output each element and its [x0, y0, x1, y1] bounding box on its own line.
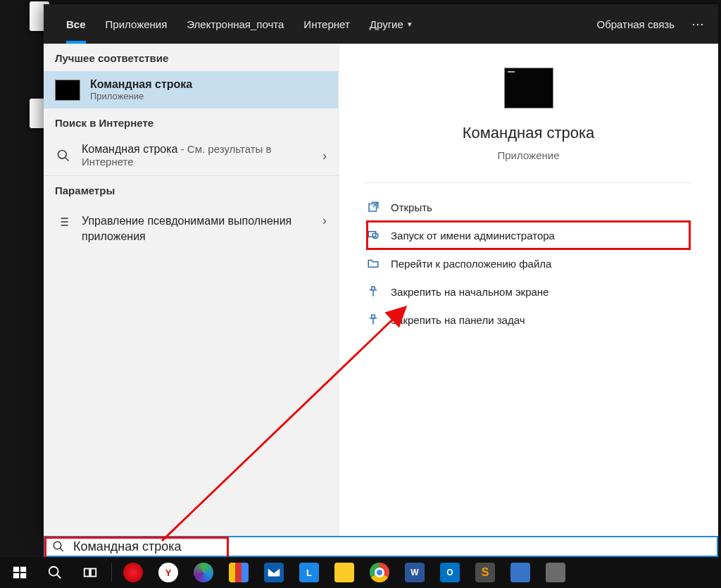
- app-large-icon: [504, 68, 553, 108]
- search-bar[interactable]: [44, 536, 718, 557]
- taskbar-app-word[interactable]: W: [398, 557, 432, 588]
- folder-icon: [367, 257, 380, 270]
- taskbar-app-chrome[interactable]: [363, 557, 396, 588]
- taskbar-search-button[interactable]: [38, 557, 72, 588]
- taskbar-app-explorer[interactable]: [327, 557, 361, 588]
- taskbar-app-sublime[interactable]: S: [468, 557, 502, 588]
- action-pin-task-label: Закрепить на панели задач: [391, 314, 525, 326]
- chrome-icon: [370, 563, 389, 582]
- taskbar-app-mail[interactable]: [257, 557, 291, 588]
- l-app-icon: L: [299, 563, 319, 582]
- keyboard-icon: [546, 563, 565, 582]
- result-subtitle: Приложение: [90, 91, 192, 101]
- app-icon: [510, 563, 530, 582]
- windows-icon: [12, 565, 27, 580]
- svg-rect-12: [13, 567, 19, 572]
- web-result-title: Командная строка: [82, 143, 178, 155]
- tab-internet[interactable]: Интернет: [294, 4, 359, 44]
- svg-line-1: [65, 158, 69, 161]
- action-pin-start-label: Закрепить на начальном экране: [391, 286, 548, 298]
- outlook-icon: O: [440, 563, 460, 582]
- svg-rect-13: [20, 567, 26, 572]
- results-list: Лучшее соответствие Командная строка При…: [44, 44, 338, 537]
- preview-pane: Командная строка Приложение Открыть Запу…: [338, 44, 718, 537]
- taskbar-app-yandex[interactable]: Y: [151, 557, 185, 588]
- action-location-label: Перейти к расположению файла: [391, 258, 551, 270]
- folder-icon: [334, 563, 354, 582]
- taskbar-app-browser[interactable]: [187, 557, 220, 588]
- action-pin-taskbar[interactable]: Закрепить на панели задач: [367, 306, 690, 334]
- settings-item-title: Управление псевдонимами выполнения прило…: [82, 213, 313, 244]
- list-icon: [55, 213, 72, 229]
- feedback-link[interactable]: Обратная связь: [596, 18, 675, 30]
- opera-icon: [123, 563, 143, 582]
- taskbar-app-outlook[interactable]: O: [433, 557, 467, 588]
- cmd-icon: [55, 80, 80, 101]
- chevron-right-icon: ›: [322, 149, 327, 163]
- svg-point-10: [54, 542, 61, 549]
- browser-icon: [194, 563, 213, 582]
- yandex-icon: Y: [158, 563, 178, 582]
- preview-subtitle: Приложение: [498, 149, 560, 161]
- svg-rect-19: [91, 569, 96, 577]
- action-open[interactable]: Открыть: [367, 193, 690, 221]
- more-options-button[interactable]: ⋯: [691, 16, 706, 32]
- result-cmd[interactable]: Командная строка Приложение: [44, 71, 338, 108]
- search-panel: Все Приложения Электронная_почта Интерне…: [44, 4, 718, 537]
- tab-all[interactable]: Все: [56, 4, 96, 44]
- svg-line-17: [57, 575, 61, 579]
- svg-rect-14: [13, 573, 19, 578]
- action-open-label: Открыть: [391, 201, 432, 213]
- sublime-icon: S: [475, 563, 495, 582]
- action-admin-label: Запуск от имени администратора: [391, 230, 555, 242]
- search-input[interactable]: [73, 539, 710, 554]
- action-run-as-admin[interactable]: Запуск от имени администратора: [367, 221, 690, 249]
- taskbar-separator: [111, 563, 112, 582]
- action-open-location[interactable]: Перейти к расположению файла: [367, 249, 690, 277]
- tab-email[interactable]: Электронная_почта: [177, 4, 294, 44]
- taskbar-app-opera[interactable]: [116, 557, 150, 588]
- section-best-match: Лучшее соответствие: [44, 44, 338, 71]
- chevron-right-icon: ›: [322, 213, 327, 228]
- taskbar: Y L W O S: [0, 557, 721, 588]
- taskbar-app-pixel[interactable]: [222, 557, 256, 588]
- taskbar-app-generic[interactable]: [503, 557, 537, 588]
- shield-run-icon: [367, 229, 380, 242]
- chevron-down-icon: ▾: [408, 20, 412, 29]
- preview-title: Командная строка: [463, 124, 595, 142]
- pixel-icon: [229, 563, 249, 582]
- tab-apps[interactable]: Приложения: [96, 4, 177, 44]
- svg-rect-18: [84, 569, 89, 577]
- section-settings: Параметры: [44, 176, 338, 204]
- action-pin-start[interactable]: Закрепить на начальном экране: [367, 277, 690, 306]
- result-settings[interactable]: Управление псевдонимами выполнения прило…: [44, 204, 338, 254]
- open-icon: [367, 201, 380, 213]
- svg-line-11: [60, 548, 63, 551]
- tab-others-label: Другие: [370, 18, 403, 30]
- pin-icon: [367, 285, 380, 298]
- search-icon: [52, 540, 65, 553]
- start-button[interactable]: [3, 557, 37, 588]
- tab-others[interactable]: Другие▾: [360, 4, 422, 44]
- search-icon: [55, 149, 72, 163]
- task-view-icon: [82, 565, 98, 580]
- taskbar-app-l[interactable]: L: [292, 557, 326, 588]
- search-icon: [47, 565, 63, 580]
- svg-point-0: [58, 151, 67, 159]
- section-web: Поиск в Интернете: [44, 108, 338, 136]
- result-web[interactable]: Командная строка - См. результаты в Инте…: [44, 136, 338, 175]
- word-icon: W: [405, 563, 425, 582]
- search-tabs: Все Приложения Электронная_почта Интерне…: [44, 4, 718, 44]
- pin-taskbar-icon: [367, 313, 380, 326]
- result-title: Командная строка: [90, 78, 192, 91]
- taskbar-app-keyboard[interactable]: [539, 557, 572, 588]
- svg-point-16: [49, 567, 58, 576]
- task-view-button[interactable]: [73, 557, 107, 588]
- svg-rect-15: [20, 573, 26, 578]
- mail-icon: [264, 563, 284, 582]
